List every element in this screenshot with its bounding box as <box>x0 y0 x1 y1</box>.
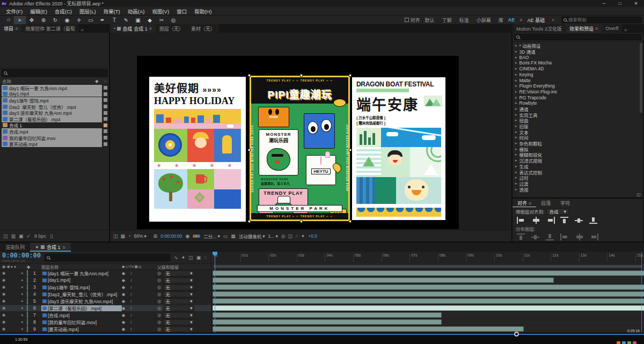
distribute-right-button[interactable] <box>589 233 598 240</box>
rectangle-tool[interactable]: ▭ <box>85 16 97 24</box>
workspace-overflow[interactable]: » <box>550 17 557 23</box>
project-item[interactable]: 我的童年回忆阿盗.mov <box>0 135 109 141</box>
layer-label-swatch[interactable] <box>27 291 28 297</box>
pick-whip-icon[interactable]: ◎ <box>157 305 161 311</box>
parent-dropdown[interactable]: 无▾ <box>163 312 194 318</box>
effects-search-input[interactable] <box>521 34 639 40</box>
collapse-switch-icon[interactable]: ◆ <box>122 313 125 318</box>
expand-triangle-icon[interactable]: ▸ <box>515 147 517 151</box>
pick-whip-icon[interactable]: ◎ <box>157 291 161 297</box>
expand-triangle-icon[interactable]: ▸ <box>515 187 517 192</box>
distribute-bottom-button[interactable] <box>546 233 555 240</box>
effect-category[interactable]: ▸ 旧版 <box>513 123 643 129</box>
effect-category[interactable]: ▸ 实用工具 <box>513 112 643 118</box>
tab-project[interactable]: 项目≡ <box>0 24 21 33</box>
effect-category[interactable]: ▸ Rowbyte <box>513 100 643 106</box>
timeline-search[interactable] <box>45 254 170 261</box>
work-area-bar[interactable] <box>213 265 643 268</box>
parent-dropdown[interactable]: 无▾ <box>163 326 194 332</box>
visibility-eye-icon[interactable]: ◉ <box>0 278 21 282</box>
viewer-icon[interactable]: ◎ <box>281 233 286 239</box>
label-color-box[interactable] <box>104 142 107 146</box>
layer-name-header[interactable]: 图层名称 <box>41 264 122 270</box>
close-tab-icon[interactable]: ✕ <box>35 245 39 250</box>
tab-paragraph[interactable]: 段落 <box>536 199 555 207</box>
layer-duration-bar[interactable] <box>213 312 442 318</box>
visibility-eye-icon[interactable]: ◉ <box>0 313 21 317</box>
parent-dropdown[interactable]: 无▾ <box>163 319 194 325</box>
ae-badge[interactable]: AE <box>508 17 515 23</box>
poster-happy-holiday[interactable]: 美好假期 »»»» HAPPY HOLIDAY <box>149 77 246 222</box>
effect-category[interactable]: ▸ 文本 <box>513 129 643 135</box>
timeline-icon[interactable]: ∴ <box>204 255 207 260</box>
tab-render-queue[interactable]: 渲染队列 <box>0 243 30 252</box>
timeline-icon[interactable]: ✦ <box>181 255 186 260</box>
pick-whip-icon[interactable]: ◎ <box>157 270 161 276</box>
selection-handle[interactable] <box>349 220 352 223</box>
project-item[interactable]: day1端午 馄饨.mp4 <box>0 97 109 104</box>
workspace-menu-icon[interactable]: ≡ <box>519 17 522 23</box>
tab-overflow-icon[interactable]: » <box>79 27 86 33</box>
viewer-icon[interactable]: ▦ <box>121 233 126 239</box>
label-color-box[interactable] <box>104 92 107 96</box>
expand-triangle-icon[interactable]: ▸ <box>515 175 517 180</box>
snap-toggle[interactable]: 对齐 <box>405 17 420 24</box>
player-seek-knob[interactable] <box>514 332 519 336</box>
expand-triangle-icon[interactable]: ▸ <box>21 299 27 303</box>
parent-link-header[interactable]: 父级和链接 <box>157 264 211 270</box>
selection-handle[interactable] <box>300 220 303 223</box>
expand-triangle-icon[interactable]: ▸ <box>515 67 517 71</box>
viewer-icon[interactable]: ◔ <box>128 233 130 239</box>
expand-triangle-icon[interactable]: ▸ <box>515 55 517 60</box>
workspace-item[interactable]: 库 <box>499 17 503 24</box>
time-ruler[interactable]: 0s01s02s03s04s05s06s07s08s09s10s11s12s13… <box>212 252 644 264</box>
flowchart-icon[interactable]: ∴ <box>104 78 107 84</box>
playhead[interactable] <box>215 252 215 333</box>
menu-item[interactable]: 动画(A) <box>124 8 149 15</box>
viewer-icon[interactable]: ∴ <box>295 233 298 239</box>
eraser-tool[interactable]: ◆ <box>144 16 156 24</box>
align-vertical-center-button[interactable] <box>575 217 584 224</box>
parent-dropdown[interactable]: 无▾ <box>163 277 194 283</box>
view-layout-dropdown[interactable]: 1...▾ <box>268 233 278 239</box>
visibility-eye-icon[interactable]: ◉ <box>0 327 21 331</box>
effect-category[interactable]: ▸ Plugin Everything <box>513 83 643 89</box>
expand-triangle-icon[interactable]: ▸ <box>21 292 27 296</box>
menu-item[interactable]: 编辑(E) <box>26 8 51 15</box>
parent-dropdown[interactable]: 无▾ <box>163 291 194 297</box>
expand-triangle-icon[interactable]: ▸ <box>515 158 517 163</box>
project-item[interactable]: 合成 1 <box>0 122 109 129</box>
layer-duration-bar[interactable] <box>213 326 524 332</box>
visibility-eye-icon[interactable]: ◉ <box>0 320 21 324</box>
align-top-button[interactable] <box>560 217 569 224</box>
label-color-box[interactable] <box>104 111 107 115</box>
tab-footage[interactable]: 素材（无） <box>187 24 219 33</box>
expand-triangle-icon[interactable]: ▸ <box>515 130 517 134</box>
layer-row[interactable]: ◉ ▸ 6 [第二课（葡萄乐园）.mp4] ◆/ ◎ 无▾ <box>0 305 211 312</box>
label-color-box[interactable] <box>104 123 107 127</box>
project-item[interactable]: 合成.mp4 <box>0 128 109 135</box>
layer-label-swatch[interactable] <box>27 284 28 290</box>
tab-character[interactable]: 字符 <box>555 199 575 207</box>
expand-triangle-icon[interactable]: ▸ <box>21 320 27 324</box>
expand-triangle-icon[interactable]: ▸ <box>21 313 27 317</box>
align-horizontal-center-button[interactable] <box>531 217 540 224</box>
new-folder-icon[interactable]: ◱ <box>636 192 641 197</box>
tab-composition[interactable]: • 合成 合成 1 ≡ <box>110 24 156 33</box>
menu-item[interactable]: 效果(T) <box>100 8 124 15</box>
label-column-icon[interactable]: ◆ <box>95 78 99 84</box>
player-progress-bar[interactable] <box>0 334 644 335</box>
tab-overflow-icon[interactable]: » <box>622 27 629 33</box>
expand-triangle-icon[interactable]: ▸ <box>21 278 27 282</box>
layer-row[interactable]: ◉ ▸ 1 [day1 唱玩一夏 九鱼Ann.mp4] ◆/ ◎ 无▾ <box>0 270 211 277</box>
camera-tool[interactable]: ◉ <box>61 16 73 24</box>
layer-duration-bar[interactable] <box>213 298 644 304</box>
quality-switch-icon[interactable]: / <box>130 278 131 283</box>
clone-stamp-tool[interactable]: ▣ <box>132 16 144 24</box>
expand-triangle-icon[interactable]: ▸ <box>515 43 517 48</box>
collapse-switch-icon[interactable]: ◆ <box>122 299 125 304</box>
panel-menu-icon[interactable]: ≡ <box>595 26 598 31</box>
project-footer-icon[interactable]: ✓ <box>27 233 31 239</box>
quality-switch-icon[interactable]: / <box>130 313 131 318</box>
project-item[interactable]: day1.mp4 <box>0 91 109 98</box>
